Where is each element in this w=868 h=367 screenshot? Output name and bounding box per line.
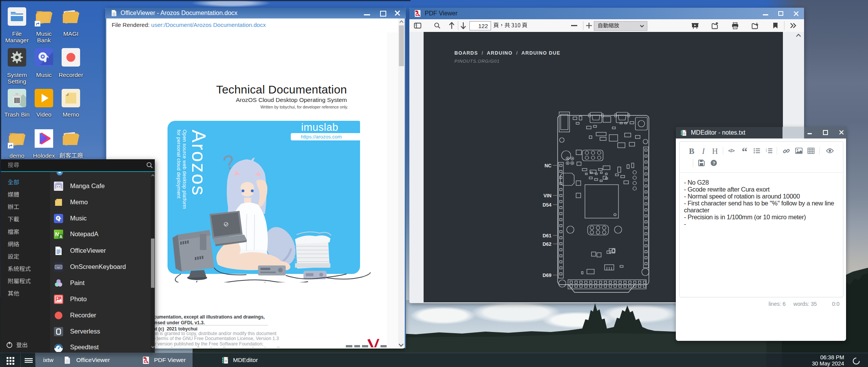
svg-text:D69: D69 (543, 273, 551, 278)
svg-text:NC: NC (545, 163, 551, 168)
svg-text:2: 2 (766, 150, 767, 152)
svg-text:D61: D61 (543, 233, 551, 239)
svg-text:VIN: VIN (543, 193, 551, 199)
svg-text:D54: D54 (543, 202, 551, 208)
svg-text:D62: D62 (543, 242, 551, 247)
svg-text:A: A (60, 235, 62, 239)
svg-text:?: ? (713, 161, 716, 165)
